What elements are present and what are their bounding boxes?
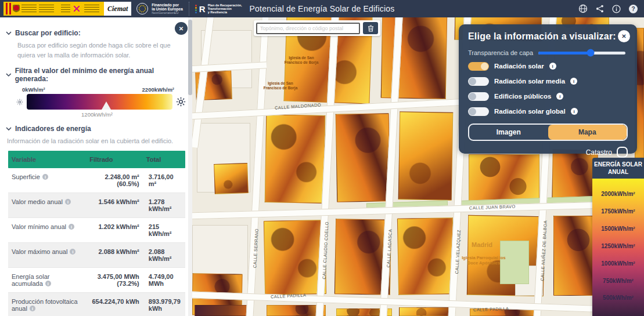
energy-filter: 0kWh/m² 2200kWh/m² 1200kWh/m²: [16, 86, 186, 118]
row-variable: Valor máximo anual: [12, 248, 67, 255]
table-row: Valor máximo anuali 2.088 kWh/m² 2.088 k…: [8, 243, 185, 268]
chevron-down-icon: [6, 127, 12, 131]
info-icon[interactable]: i: [45, 281, 51, 286]
chevron-down-icon: [6, 31, 12, 35]
transparency-slider[interactable]: [538, 52, 625, 55]
eu-funding-text: Financiado por la Unión Europea NextGene…: [152, 3, 182, 14]
info-icon[interactable]: i: [65, 199, 71, 205]
plan-line1: Plan de Recuperación,: [208, 3, 242, 7]
map-building: [265, 114, 326, 204]
toggle-row-radiacion-solar-media: Radiación solar media i: [468, 74, 628, 89]
clear-search-button[interactable]: [363, 22, 378, 34]
basemap-option-imagen[interactable]: Imagen: [469, 125, 548, 140]
info-icon[interactable]: i: [571, 108, 578, 115]
filter-min-label: 0kWh/m²: [22, 86, 45, 93]
info-icon[interactable]: i: [549, 63, 556, 70]
row-filtrado: 1.546 kWh/m²: [86, 193, 143, 217]
info-icon[interactable]: i: [42, 174, 48, 180]
help-glyph: ?: [631, 6, 635, 12]
layer-panel-close-button[interactable]: ✕: [618, 30, 630, 42]
slider-thumb[interactable]: [587, 49, 595, 57]
eu-sub: NextGenerationEU: [152, 11, 182, 14]
section-buscar-header[interactable]: Buscar por edificio:: [6, 29, 183, 37]
toggle-label: Radiación solar global: [494, 108, 566, 115]
logo-text-lines: [84, 5, 99, 13]
energy-indicators-table: Variable Filtrado Total Superficiei 2.24…: [8, 151, 185, 316]
eu-stars-icon: [136, 2, 149, 15]
toggle-label: Edificios públicos: [494, 93, 551, 100]
eu-line2: la Unión Europea: [152, 7, 182, 11]
catastro-checkbox[interactable]: [617, 147, 628, 158]
col-variable: Variable: [8, 151, 86, 168]
catastro-label: Catastro: [586, 148, 612, 157]
legend-label: 500kWh/m²: [603, 295, 634, 301]
app-root: Ciemat Financiado por la Unión Europea N…: [0, 0, 644, 316]
basemap-segmented-control: Imagen Mapa: [468, 124, 628, 141]
row-filtrado: 3.475,00 MWh (73.2%): [86, 268, 143, 292]
top-header: Ciemat Financiado por la Unión Europea N…: [0, 0, 644, 17]
legend-gradient: 2000kWh/m² 1750kWh/m² 1500kWh/m² 1250kWh…: [592, 179, 644, 316]
language-globe-icon[interactable]: [578, 4, 588, 14]
row-variable: Superficie: [12, 173, 40, 180]
toggle-row-radiacion-solar: Radiación solar i: [468, 59, 628, 74]
sun-large-icon: [176, 97, 186, 107]
left-sidebar: ✕ Buscar por edificio: Busca por edifici…: [0, 17, 192, 316]
legend-label: 1000kWh/m²: [601, 260, 635, 267]
col-total: Total: [143, 151, 185, 168]
row-variable: Valor medio anual: [12, 198, 63, 205]
poi-label-iglesia-borja-1: Iglesia de San Francisco de Borja: [280, 56, 322, 66]
map-building: [399, 307, 455, 316]
section-buscar-description: Busca por edificio según donde haga clic…: [17, 41, 179, 60]
place-label-madrid: Madrid: [472, 241, 492, 248]
map-building: [397, 217, 454, 295]
close-icon: ✕: [621, 33, 626, 39]
close-icon: ✕: [179, 26, 184, 32]
legend-label: 1250kWh/m²: [601, 243, 635, 249]
logo-text-lines: [61, 5, 70, 13]
section-indicadores-title: Indicadores de energía: [15, 125, 91, 133]
ministry-text-lines: [21, 5, 37, 13]
toggle-radiacion-solar[interactable]: [468, 62, 489, 71]
plan-r-mark: R: [199, 4, 206, 14]
info-icon[interactable]: i: [70, 249, 75, 255]
info-icon[interactable]: i: [556, 93, 563, 100]
search-input[interactable]: [256, 23, 360, 34]
partner-logo-2: [82, 2, 104, 16]
toggle-knob: [469, 93, 476, 100]
section-indicadores-description: Información de la radiación solar en la …: [7, 136, 179, 146]
sidebar-scrollbar[interactable]: [188, 17, 192, 316]
legend-label: 2000kWh/m²: [601, 191, 635, 197]
scrollbar-thumb[interactable]: [188, 20, 192, 95]
row-total: 4.749,00 MWh: [143, 268, 185, 292]
basemap-option-mapa[interactable]: Mapa: [548, 125, 627, 140]
row-total: 215 kWh/m²: [143, 218, 185, 242]
share-icon[interactable]: [595, 4, 605, 14]
info-icon[interactable]: i: [69, 224, 74, 230]
layer-panel-title: Elige la información a visualizar:: [468, 31, 628, 42]
coat-of-arms-icon: [13, 5, 20, 13]
section-filtro-header[interactable]: Filtra el valor del mínimo de energía an…: [6, 67, 183, 83]
section-indicadores-header[interactable]: Indicadores de energía: [6, 125, 183, 133]
filter-slider-handle[interactable]: [102, 101, 111, 110]
transparency-row: Transparencia de capa: [468, 49, 628, 56]
trash-icon: [368, 25, 374, 32]
col-filtrado: Filtrado: [86, 151, 143, 168]
energy-gradient-bar[interactable]: [27, 94, 172, 110]
row-total: 893.979,79 kWh: [143, 293, 185, 316]
chevron-down-icon: [6, 73, 12, 77]
info-icon[interactable]: i: [570, 78, 577, 85]
toggle-radiacion-solar-media[interactable]: [468, 77, 489, 86]
sidebar-close-button[interactable]: ✕: [175, 22, 188, 35]
table-header-row: Variable Filtrado Total: [8, 151, 185, 168]
toggle-radiacion-solar-global[interactable]: [468, 107, 489, 116]
info-icon[interactable]: [611, 4, 621, 14]
toggle-knob: [469, 108, 476, 115]
info-icon[interactable]: i: [30, 306, 35, 311]
toggle-edificios-publicos[interactable]: [468, 92, 489, 101]
help-icon[interactable]: ?: [628, 4, 638, 14]
map-canvas[interactable]: CALLE MALDONADO CALLE JUAN BRAVO CALLE P…: [192, 17, 644, 316]
legend-label: 1750kWh/m²: [601, 208, 635, 215]
sun-small-icon: [16, 99, 23, 106]
layer-panel: Elige la información a visualizar: ✕ Tra…: [459, 24, 637, 154]
eu-funding-logo: Financiado por la Unión Europea NextGene…: [136, 2, 182, 16]
